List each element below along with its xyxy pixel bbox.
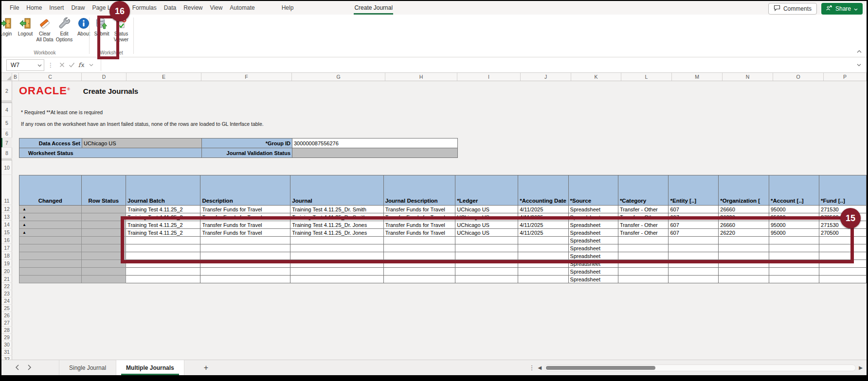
row-header-30[interactable]: 30 <box>1 341 12 348</box>
tab-draw[interactable]: Draw <box>70 1 86 15</box>
clear-all-data-button[interactable]: ClearAll Data <box>36 17 54 43</box>
tab-create-journal[interactable]: Create Journal <box>353 1 394 15</box>
tab-insert[interactable]: Insert <box>48 1 65 15</box>
col-header-E[interactable]: E <box>127 73 201 81</box>
row-header-12[interactable]: 12 <box>1 205 12 213</box>
col-header-O[interactable]: O <box>773 73 824 81</box>
login-button[interactable]: Login <box>1 17 15 37</box>
col-header-P[interactable]: P <box>824 73 867 81</box>
comments-button[interactable]: Comments <box>768 3 817 15</box>
cancel-x-icon[interactable] <box>57 62 67 68</box>
row-header-13[interactable]: 13 <box>1 213 12 221</box>
row-header-20[interactable]: 20 <box>1 267 12 275</box>
col-header-G[interactable]: G <box>292 73 385 81</box>
row-header-10[interactable]: 10 <box>1 160 12 175</box>
scroll-left-icon[interactable]: ◀ <box>538 365 542 370</box>
tab-home[interactable]: Home <box>25 1 43 15</box>
table-row-12[interactable]: ▲ Training Test 4.11.25_2Transfer Funds … <box>19 206 867 213</box>
row-header-26[interactable]: 26 <box>1 312 12 319</box>
header-source: *Source <box>568 175 618 206</box>
row-header-21[interactable]: 21 <box>1 275 12 283</box>
row-header-19[interactable]: 19 <box>1 260 12 267</box>
row-header-2[interactable]: 2 <box>1 81 12 101</box>
annotation-box-rows <box>121 216 854 263</box>
header-category: *Category <box>618 175 669 206</box>
enter-check-icon[interactable] <box>67 62 76 68</box>
row-header-23[interactable]: 23 <box>1 290 12 297</box>
select-all-corner[interactable] <box>1 73 12 81</box>
name-box[interactable]: W7 <box>6 59 44 71</box>
tab-help[interactable]: Help <box>281 1 295 15</box>
chevron-down-icon[interactable] <box>37 62 42 69</box>
col-header-N[interactable]: N <box>723 73 773 81</box>
row-header-6[interactable]: 6 <box>1 129 12 138</box>
col-header-I[interactable]: I <box>457 73 521 81</box>
tab-file[interactable]: File <box>9 1 20 15</box>
col-header-L[interactable]: L <box>621 73 672 81</box>
insert-function-icon[interactable]: fx <box>76 61 86 69</box>
row-header-27[interactable]: 27 <box>1 319 12 327</box>
row-header-18[interactable]: 18 <box>1 252 12 260</box>
col-header-M[interactable]: M <box>672 73 723 81</box>
chevron-down-icon <box>854 5 858 12</box>
scrollbar-thumb[interactable] <box>546 366 655 370</box>
row-header-7[interactable]: 7 <box>1 138 12 148</box>
share-button[interactable]: Share <box>821 3 863 15</box>
row-header-17[interactable]: 17 <box>1 244 12 252</box>
row-header-16[interactable]: 16 <box>1 236 12 244</box>
row-header-4[interactable]: 4 <box>1 103 12 117</box>
row-header-22[interactable]: 22 <box>1 283 12 290</box>
horizontal-scrollbar[interactable] <box>544 364 856 371</box>
scroll-right-icon[interactable]: ▶ <box>859 365 863 370</box>
sheet-nav-left-icon[interactable] <box>15 364 19 372</box>
tab-automate[interactable]: Automate <box>229 1 255 15</box>
workbook-group-label: Workbook <box>34 50 56 57</box>
table-header-row: Changed Row Status Journal Batch Descrip… <box>19 175 867 206</box>
row-header-5[interactable]: 5 <box>1 117 12 129</box>
col-header-H[interactable]: H <box>385 73 457 81</box>
group-id-value[interactable]: 300000087556276 <box>292 139 458 148</box>
screenshot-frame: File Home Insert Draw Page Layout Formul… <box>0 0 868 381</box>
sheet-content: ORACLE® Create Journals * Required **At … <box>12 81 867 360</box>
col-header-K[interactable]: K <box>571 73 621 81</box>
add-sheet-button[interactable]: + <box>204 364 208 372</box>
table-row-21[interactable]: Spreadsheet <box>19 276 867 283</box>
row-header-32[interactable]: 32 <box>1 356 12 360</box>
formula-bar-handle[interactable]: ⋮ <box>48 62 54 69</box>
row-header-29[interactable]: 29 <box>1 334 12 341</box>
row-header-14[interactable]: 14 <box>1 221 12 228</box>
edit-label-line1: Edit <box>60 31 68 36</box>
sheet-tab-multiple-journals[interactable]: Multiple Journals <box>116 360 184 375</box>
header-changed: Changed <box>19 175 82 206</box>
row-header-8[interactable]: 8 <box>1 148 12 158</box>
journal-validation-status-value[interactable] <box>292 148 458 158</box>
col-header-C[interactable]: C <box>19 73 82 81</box>
tab-review[interactable]: Review <box>182 1 203 15</box>
expand-formula-bar-icon[interactable] <box>854 64 864 67</box>
data-access-set-value[interactable]: UChicago US <box>82 139 202 148</box>
required-note: * Required **At least one is required <box>21 109 103 115</box>
sheet-nav-right-icon[interactable] <box>28 364 32 372</box>
table-row-20[interactable]: Spreadsheet <box>19 268 867 276</box>
row-header-15[interactable]: 15 <box>1 228 12 236</box>
tab-data[interactable]: Data <box>163 1 177 15</box>
chevron-down-icon[interactable] <box>86 64 96 67</box>
col-header-F[interactable]: F <box>201 73 292 81</box>
tab-formulas[interactable]: Formulas <box>131 1 158 15</box>
col-header-J[interactable]: J <box>521 73 571 81</box>
tab-view[interactable]: View <box>209 1 224 15</box>
logout-button[interactable]: Logout <box>16 17 35 37</box>
annotation-step-16-badge: 16 <box>109 1 130 21</box>
scrollbar-handle-dots[interactable]: ⋮ <box>529 364 535 371</box>
row-header-24[interactable]: 24 <box>1 297 12 305</box>
row-header-25[interactable]: 25 <box>1 305 12 312</box>
collapse-ribbon-icon[interactable] <box>857 46 862 55</box>
edit-options-button[interactable]: EditOptions <box>55 17 73 43</box>
col-header-B[interactable]: B <box>12 73 19 81</box>
row-header-28[interactable]: 28 <box>1 327 12 334</box>
row-header-11[interactable]: 11 <box>1 175 12 205</box>
row-header-31[interactable]: 31 <box>1 348 12 356</box>
sheet-tab-single-journal[interactable]: Single Journal <box>59 360 116 375</box>
formula-input[interactable] <box>101 59 851 71</box>
col-header-D[interactable]: D <box>82 73 127 81</box>
